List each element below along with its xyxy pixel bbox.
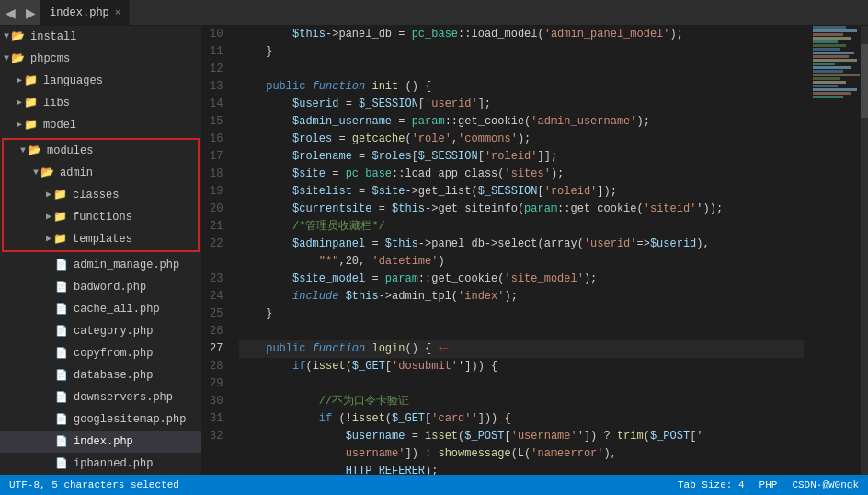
line-number-10: 20 xyxy=(210,201,223,218)
status-bar: UTF-8, 5 characters selected Tab Size: 4… xyxy=(0,475,868,495)
arrow-annotation: ← xyxy=(439,340,448,358)
code-line-19: if(isset($_GET['dosubmit''])) { xyxy=(239,358,804,375)
folder-arrow-install: ▼ xyxy=(4,28,9,46)
folder-icon-functions: 📁 xyxy=(53,208,67,226)
tree-item-languages[interactable]: ▶📁languages xyxy=(0,70,201,92)
line-number-0: 10 xyxy=(210,26,223,43)
tree-item-googlesitemap.php[interactable]: 📄googlesitemap.php xyxy=(0,409,201,431)
code-lines: $this->panel_db = pc_base::load_model('a… xyxy=(230,26,813,475)
code-line-9: $sitelist = $site->get_list($_SESSION['r… xyxy=(239,183,804,201)
encoding-status: UTF-8, 5 characters selected xyxy=(9,479,179,490)
line-number-2: 12 xyxy=(210,61,223,78)
file-icon-index.php: 📄 xyxy=(55,432,68,451)
line-number-18: 27 xyxy=(210,340,223,358)
folder-arrow-classes: ▶ xyxy=(46,186,51,204)
line-number-15: 24 xyxy=(210,288,223,305)
file-icon-database.php: 📄 xyxy=(55,366,68,385)
tree-item-libs[interactable]: ▶📁libs xyxy=(0,92,201,114)
tree-label-googlesitemap.php: googlesitemap.php xyxy=(74,410,186,429)
tree-item-functions[interactable]: ▶📁functions xyxy=(4,206,198,228)
line-number-7: 17 xyxy=(210,148,223,166)
folder-arrow-libs: ▶ xyxy=(17,94,22,112)
code-line-11: /*管理员收藏栏*/ xyxy=(239,218,804,236)
code-line-3: public function init () { xyxy=(239,78,804,96)
code-line-17 xyxy=(239,323,804,340)
tree-item-classes[interactable]: ▶📁classes xyxy=(4,184,198,206)
tree-label-database.php: database.php xyxy=(74,366,153,385)
tree-item-ipbanned.php[interactable]: 📄ipbanned.php xyxy=(0,453,201,475)
line-number-4: 14 xyxy=(210,96,223,113)
tree-label-badword.php: badword.php xyxy=(74,278,146,296)
code-line-7: $rolename = $roles[$_SESSION['roleid']]; xyxy=(239,148,804,166)
folder-icon-admin: 📂 xyxy=(40,164,54,182)
tree-label-libs: libs xyxy=(43,94,70,112)
code-line-1: } xyxy=(239,43,804,61)
line-number-23: 32 xyxy=(210,428,223,445)
tree-item-badword.php[interactable]: 📄badword.php xyxy=(0,276,201,298)
tree-item-downservers.php[interactable]: 📄downservers.php xyxy=(0,386,201,409)
tree-item-category.php[interactable]: 📄category.php xyxy=(0,320,201,342)
tree-item-admin_manage.php[interactable]: 📄admin_manage.php xyxy=(0,254,201,276)
line-number-21: 30 xyxy=(210,393,223,410)
line-number-17: 26 xyxy=(210,323,223,340)
code-line-6: $roles = getcache('role','commons'); xyxy=(239,131,804,148)
tab-index-php[interactable]: index.php × xyxy=(40,0,131,25)
file-icon-ipbanned.php: 📄 xyxy=(55,455,68,473)
line-number-16: 25 xyxy=(210,305,223,323)
folder-icon-templates: 📁 xyxy=(53,230,67,248)
code-line-18: public function login() {← xyxy=(239,340,804,358)
file-icon-downservers.php: 📄 xyxy=(55,388,68,407)
tree-item-admin[interactable]: ▼📂admin xyxy=(4,162,198,184)
tree-label-templates: templates xyxy=(73,230,132,248)
folder-arrow-modules: ▼ xyxy=(20,142,26,160)
tree-label-modules: modules xyxy=(47,142,93,160)
tab-close-button[interactable]: × xyxy=(115,7,121,18)
tree-label-languages: languages xyxy=(43,72,103,90)
tree-label-cache_all.php: cache_all.php xyxy=(74,300,160,318)
code-line-15: include $this->admin_tpl('index'); xyxy=(239,288,804,305)
code-line-13: "*",20, 'datetime') xyxy=(239,253,804,271)
tree-item-database.php[interactable]: 📄database.php xyxy=(0,364,201,386)
tree-item-index.php[interactable]: 📄index.php xyxy=(0,431,201,453)
file-tree: ▼📂install▼📂phpcms▶📁languages▶📁libs▶📁mode… xyxy=(0,26,202,475)
file-icon-badword.php: 📄 xyxy=(55,278,68,296)
line-number-5: 15 xyxy=(210,113,223,131)
tree-item-modules[interactable]: ▼📂modules xyxy=(4,140,198,162)
language-status: PHP xyxy=(760,479,778,490)
line-number-8: 18 xyxy=(210,166,223,183)
tab-size-status: Tab Size: 4 xyxy=(678,479,745,490)
folder-arrow-languages: ▶ xyxy=(17,72,22,90)
code-line-4: $userid = $_SESSION['userid']; xyxy=(239,96,804,113)
code-line-0: $this->panel_db = pc_base::load_model('a… xyxy=(239,26,804,43)
folder-arrow-functions: ▶ xyxy=(46,208,51,226)
tree-label-classes: classes xyxy=(73,186,119,204)
tree-item-phpcms[interactable]: ▼📂phpcms xyxy=(0,48,201,70)
folder-arrow-phpcms: ▼ xyxy=(4,50,9,68)
code-line-16: } xyxy=(239,305,804,323)
file-icon-copyfrom.php: 📄 xyxy=(55,344,68,363)
tree-label-index.php: index.php xyxy=(74,432,133,451)
code-line-21: //不为口令卡验证 xyxy=(239,393,804,410)
tab-prev-button[interactable]: ◀ xyxy=(0,0,20,25)
file-icon-admin_manage.php: 📄 xyxy=(55,256,68,274)
code-line-22: if (!isset($_GET['card''])) { xyxy=(239,410,804,428)
tree-label-category.php: category.php xyxy=(74,322,153,340)
code-line-2 xyxy=(239,61,804,78)
tree-item-cache_all.php[interactable]: 📄cache_all.php xyxy=(0,298,201,320)
line-number-14: 23 xyxy=(210,271,223,288)
tab-next-button[interactable]: ▶ xyxy=(20,0,40,25)
file-icon-cache_all.php: 📄 xyxy=(55,300,68,318)
tree-label-phpcms: phpcms xyxy=(30,50,70,68)
tree-item-copyfrom.php[interactable]: 📄copyfrom.php xyxy=(0,342,201,364)
file-icon-googlesitemap.php: 📄 xyxy=(55,410,68,429)
tree-item-model[interactable]: ▶📁model xyxy=(0,114,201,136)
tree-label-admin: admin xyxy=(60,164,93,182)
folder-icon-languages: 📁 xyxy=(24,72,38,90)
minimap[interactable] xyxy=(813,26,868,475)
line-number-1: 11 xyxy=(210,43,223,61)
tree-item-install[interactable]: ▼📂install xyxy=(0,26,201,48)
code-view[interactable]: 1011121314151617181920212223242526272829… xyxy=(202,26,868,475)
tree-label-model: model xyxy=(43,116,76,134)
tree-label-install: install xyxy=(30,28,76,46)
tree-item-templates[interactable]: ▶📁templates xyxy=(4,228,198,250)
